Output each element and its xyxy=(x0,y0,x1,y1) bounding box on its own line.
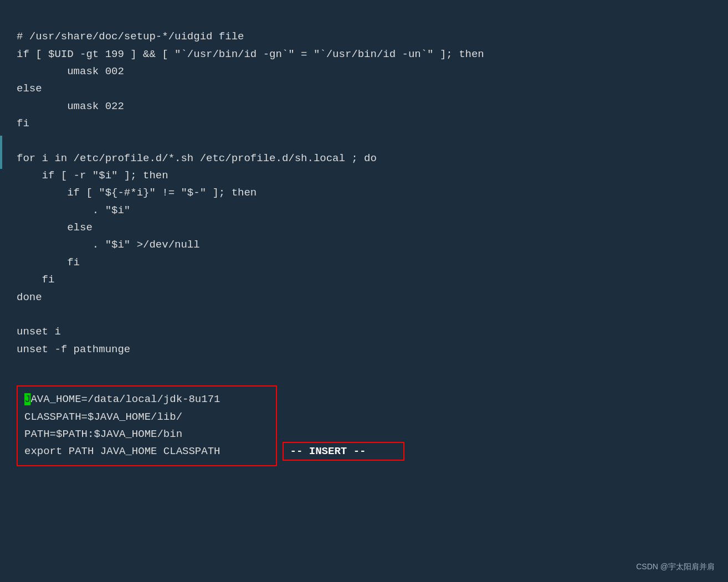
line-10: if [ "${-#*i}" != "$-" ]; then xyxy=(17,187,257,199)
java-env-code: JAVA_HOME=/data/local/jdk-8u171 CLASSPAT… xyxy=(24,391,269,460)
line-16: done xyxy=(17,291,42,303)
left-indicator xyxy=(0,136,2,169)
line-13: . "$i" >/dev/null xyxy=(17,239,200,251)
terminal: # /usr/share/doc/setup-*/uidgid file if … xyxy=(0,0,728,582)
classpath-line: CLASSPATH=$JAVA_HOME/lib/ xyxy=(24,411,182,423)
line-17 xyxy=(17,308,23,321)
line-5: umask 022 xyxy=(17,100,124,112)
insert-mode-label: -- INSERT -- xyxy=(290,445,366,457)
line-18: unset i xyxy=(17,326,61,338)
java-env-section: JAVA_HOME=/data/local/jdk-8u171 CLASSPAT… xyxy=(17,385,277,466)
line-12: else xyxy=(17,222,93,234)
line-14: fi xyxy=(17,256,80,269)
export-line: export PATH JAVA_HOME CLASSPATH xyxy=(24,445,220,457)
line-11: . "$i" xyxy=(17,204,130,217)
cursor: J xyxy=(24,393,30,405)
line-9: if [ -r "$i" ]; then xyxy=(17,169,168,182)
java-home-line: AVA_HOME=/data/local/jdk-8u171 xyxy=(30,393,220,405)
watermark: CSDN @宇太阳肩并肩 xyxy=(636,562,715,572)
line-2: if [ $UID -gt 199 ] && [ "`/usr/bin/id -… xyxy=(17,48,484,60)
line-19: unset -f pathmunge xyxy=(17,343,130,356)
insert-mode-indicator: -- INSERT -- xyxy=(283,442,404,461)
line-8: for i in /etc/profile.d/*.sh /etc/profil… xyxy=(17,152,377,164)
code-content: # /usr/share/doc/setup-*/uidgid file if … xyxy=(17,11,711,375)
line-15: fi xyxy=(17,274,54,286)
watermark-text: CSDN @宇太阳肩并肩 xyxy=(636,562,715,571)
line-1: # /usr/share/doc/setup-*/uidgid file xyxy=(17,30,244,43)
line-7 xyxy=(17,135,23,147)
line-3: umask 002 xyxy=(17,65,124,78)
line-4: else xyxy=(17,83,42,95)
path-line: PATH=$PATH:$JAVA_HOME/bin xyxy=(24,428,182,440)
line-6: fi xyxy=(17,117,29,130)
